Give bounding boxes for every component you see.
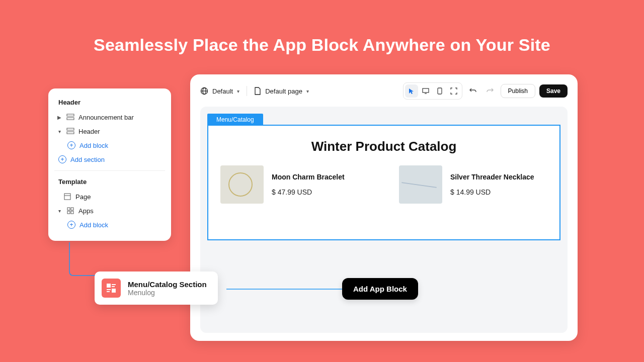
- theme-label: Default: [212, 87, 233, 95]
- sidebar-item-apps[interactable]: ▾ Apps: [54, 204, 165, 218]
- selected-block-tab[interactable]: Menu/Catalog: [207, 114, 263, 126]
- page-selector[interactable]: Default page ▾: [254, 87, 309, 95]
- svg-rect-21: [107, 291, 110, 292]
- sidebar-item-label: Announcement bar: [78, 114, 134, 121]
- save-button[interactable]: Save: [539, 84, 568, 98]
- headline: Seamlessly Place the App Block Anywhere …: [0, 0, 644, 55]
- page-label: Default page: [265, 87, 302, 95]
- product-name: Moon Charm Bracelet: [272, 173, 345, 181]
- svg-rect-3: [67, 132, 74, 134]
- device-toggle-group: [403, 82, 462, 100]
- add-block-label: Add block: [79, 221, 108, 229]
- plus-circle-icon: +: [58, 155, 66, 163]
- plus-circle-icon: +: [67, 141, 75, 149]
- product-price: $ 14.99 USD: [450, 188, 534, 196]
- globe-icon: [200, 87, 208, 95]
- add-block-header[interactable]: + Add block: [54, 138, 165, 152]
- svg-rect-15: [438, 88, 442, 94]
- app-block-icon: [102, 279, 121, 298]
- catalog-title: Winter Product Catalog: [220, 139, 547, 154]
- svg-rect-17: [107, 284, 111, 288]
- sidebar-item-page[interactable]: Page: [54, 190, 165, 204]
- divider: [54, 170, 165, 171]
- svg-rect-22: [112, 289, 116, 293]
- add-block-label: Add block: [79, 142, 108, 149]
- sidebar-template-title: Template: [54, 175, 165, 190]
- chevron-down-icon: ▾: [56, 208, 62, 214]
- sidebar-item-label: Page: [75, 193, 91, 201]
- sidebar-item-label: Apps: [78, 207, 94, 215]
- product-row: Moon Charm Bracelet $ 47.99 USD Silver T…: [220, 165, 547, 204]
- chevron-down-icon: ▾: [56, 129, 62, 134]
- svg-rect-1: [67, 118, 74, 120]
- svg-rect-9: [71, 211, 73, 214]
- page-icon: [63, 193, 71, 201]
- add-section-label: Add section: [70, 156, 105, 163]
- app-block-subtitle: Menulog: [128, 289, 207, 297]
- fullscreen-view-button[interactable]: [447, 84, 460, 98]
- theme-selector[interactable]: Default ▾: [200, 87, 239, 95]
- undo-button[interactable]: [466, 84, 479, 98]
- section-icon: [66, 127, 74, 135]
- chevron-right-icon: ▶: [56, 115, 62, 120]
- editor-window: Default ▾ Default page ▾: [190, 74, 578, 341]
- cursor-mode-button[interactable]: [405, 84, 418, 98]
- desktop-view-button[interactable]: [419, 84, 432, 98]
- publish-button[interactable]: Publish: [501, 84, 535, 98]
- sidebar-panel: Header ▶ Announcement bar ▾ Header + Add…: [48, 88, 171, 241]
- svg-rect-7: [71, 208, 73, 210]
- mobile-view-button[interactable]: [433, 84, 446, 98]
- svg-rect-6: [67, 208, 70, 210]
- add-block-apps[interactable]: + Add block: [54, 218, 165, 232]
- svg-rect-0: [67, 114, 74, 116]
- sidebar-item-label: Header: [78, 128, 100, 135]
- section-icon: [66, 113, 74, 121]
- topbar: Default ▾ Default page ▾: [200, 82, 568, 100]
- chevron-down-icon: ▾: [237, 88, 239, 94]
- product-card: Moon Charm Bracelet $ 47.99 USD: [220, 165, 369, 204]
- sidebar-item-header[interactable]: ▾ Header: [54, 124, 165, 138]
- product-name: Silver Threader Necklace: [450, 173, 534, 181]
- svg-rect-19: [112, 286, 115, 287]
- svg-rect-13: [423, 88, 429, 93]
- selected-block[interactable]: Winter Product Catalog Moon Charm Bracel…: [207, 125, 560, 240]
- product-image: [399, 165, 442, 204]
- app-block-title: Menu/Catalog Section: [128, 280, 207, 289]
- svg-rect-8: [67, 211, 70, 214]
- apps-icon: [66, 207, 74, 215]
- svg-rect-2: [67, 128, 74, 130]
- add-section[interactable]: + Add section: [54, 152, 165, 166]
- product-card: Silver Threader Necklace $ 14.99 USD: [399, 165, 547, 204]
- redo-button[interactable]: [484, 84, 497, 98]
- svg-rect-18: [112, 284, 116, 285]
- sidebar-item-announcement-bar[interactable]: ▶ Announcement bar: [54, 110, 165, 124]
- product-image: [220, 165, 264, 204]
- chevron-down-icon: ▾: [306, 88, 309, 94]
- add-app-block-button[interactable]: Add App Block: [342, 278, 418, 300]
- plus-circle-icon: +: [67, 221, 75, 229]
- svg-rect-20: [107, 289, 111, 290]
- svg-rect-4: [64, 194, 70, 200]
- product-price: $ 47.99 USD: [272, 188, 345, 196]
- page-icon: [254, 87, 261, 95]
- separator: [247, 86, 247, 96]
- sidebar-header-title: Header: [54, 96, 165, 110]
- app-block-card[interactable]: Menu/Catalog Section Menulog: [95, 272, 218, 305]
